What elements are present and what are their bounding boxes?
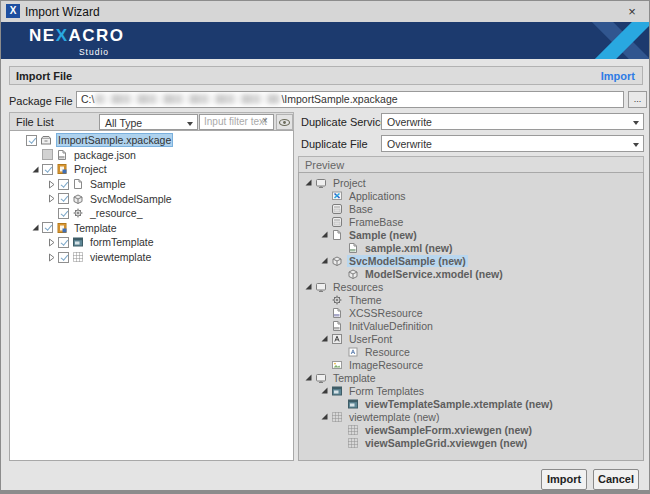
grid-template-icon [347,437,360,449]
file-tree-item[interactable]: SvcModelSample [10,191,293,206]
cancel-button[interactable]: Cancel [593,469,639,490]
tree-expanded-icon[interactable] [318,334,331,343]
tree-item-label: Project [331,177,368,189]
close-icon[interactable]: × [623,3,641,20]
duplicate-file-dropdown[interactable]: Overwrite [381,135,644,152]
preview-tree-item[interactable]: Form Templates [299,384,643,397]
preview-tree-item[interactable]: SvcModelSample (new) [299,254,643,267]
preview-tree-item[interactable]: Project [299,176,643,189]
tree-expanded-icon[interactable] [302,178,315,187]
window-title: Import Wizard [25,5,100,19]
tree-item-label: formTemplate [88,236,156,248]
file-tree-item[interactable]: formTemplate [10,235,293,250]
preview-tree-item[interactable]: viewSampleGrid.xviewgen (new) [299,436,643,449]
tree-item-checkbox[interactable] [58,179,69,190]
preview-tree-item[interactable]: Template [299,371,643,384]
chevron-down-icon [633,143,639,147]
preview-tree-item[interactable]: Resource [299,345,643,358]
monitor-icon [315,177,328,189]
eye-icon[interactable] [276,114,293,130]
tree-expanded-icon[interactable] [302,282,315,291]
tree-item-label: viewSampleGrid.xviewgen (new) [363,437,529,449]
application-icon [331,190,344,202]
tree-collapsed-icon[interactable] [45,180,58,189]
tree-item-label: SvcModelSample (new) [347,255,468,267]
file-tree-item[interactable]: ImportSample.xpackage [10,133,293,148]
tree-item-checkbox[interactable] [58,193,69,204]
browse-button[interactable]: ... [628,91,647,108]
preview-tree-item[interactable]: ModelService.xmodel (new) [299,267,643,280]
tree-collapsed-icon[interactable] [45,253,58,262]
package-file-input[interactable]: C:\\ImportSample.xpackage [76,91,624,108]
tree-item-checkbox[interactable] [58,252,69,263]
tree-collapsed-icon[interactable] [45,194,58,203]
file-tree-item[interactable]: Sample [10,177,293,192]
tree-item-checkbox[interactable] [26,135,37,146]
xcss-file-icon [331,307,344,319]
file-list-label: File List [16,116,54,128]
import-link[interactable]: Import [601,70,635,82]
tree-item-label: Resources [331,281,385,293]
preview-tree-item[interactable]: Sample (new) [299,228,643,241]
tree-item-label: Resource [363,346,412,358]
file-tree-item[interactable]: package.json [10,148,293,163]
tree-item-checkbox[interactable] [42,164,53,175]
file-tree-item[interactable]: viewtemplate [10,250,293,265]
brand-subtitle: Studio [1,47,109,57]
preview-label: Preview [305,159,344,171]
tree-collapsed-icon[interactable] [45,238,58,247]
tree-expanded-icon[interactable] [29,165,42,174]
tree-item-label: SvcModelSample [88,193,174,205]
preview-tree-item[interactable]: viewTemplateSample.xtemplate (new) [299,397,643,410]
tree-expanded-icon[interactable] [318,256,331,265]
tree-item-label: Template [72,222,119,234]
tree-expanded-icon[interactable] [318,230,331,239]
app-logo-icon: X [6,4,20,18]
preview-tree-item[interactable]: FrameBase [299,215,643,228]
tree-item-label: Template [331,372,378,384]
file-type-dropdown[interactable]: All Type [99,114,198,130]
tree-expanded-icon[interactable] [302,373,315,382]
preview-tree-item[interactable]: Applications [299,189,643,202]
tree-item-label: UserFont [347,333,394,345]
grid-template-icon [72,251,85,263]
tree-item-checkbox[interactable] [58,208,69,219]
tree-item-label: Base [347,203,375,215]
tree-item-checkbox[interactable] [42,222,53,233]
file-tree-item[interactable]: Project [10,162,293,177]
tree-item-label: viewTemplateSample.xtemplate (new) [363,398,555,410]
preview-tree-item[interactable]: InitValueDefinition [299,319,643,332]
project-icon [56,163,69,175]
preview-header: Preview [298,156,644,173]
title-bar: X Import Wizard × [1,1,649,22]
grid-template-icon [347,424,360,436]
preview-tree-item[interactable]: ImageResource [299,358,643,371]
tree-expanded-icon[interactable] [29,223,42,232]
preview-tree-item[interactable]: XCSSResource [299,306,643,319]
preview-tree-item[interactable]: viewSampleForm.xviewgen (new) [299,423,643,436]
preview-tree-item[interactable]: sample.xml (new) [299,241,643,254]
tree-item-label: Form Templates [347,385,426,397]
preview-tree-item[interactable]: viewtemplate (new) [299,410,643,423]
preview-tree-item[interactable]: Resources [299,280,643,293]
duplicate-service-dropdown[interactable]: Overwrite [381,113,644,130]
file-tree-item[interactable]: _resource_ [10,206,293,221]
tree-item-checkbox[interactable] [42,149,53,160]
tree-item-checkbox[interactable] [58,237,69,248]
tree-expanded-icon[interactable] [318,386,331,395]
import-button[interactable]: Import [541,469,587,490]
preview-tree-item[interactable]: Theme [299,293,643,306]
tree-expanded-icon[interactable] [318,412,331,421]
chevron-down-icon [187,122,193,126]
tree-item-label: ModelService.xmodel (new) [363,268,505,280]
tree-item-label: Theme [347,294,384,306]
file-tree-item[interactable]: Template [10,221,293,236]
chevron-down-icon [633,121,639,125]
tree-item-label: InitValueDefinition [347,320,435,332]
clear-filter-icon[interactable]: × [262,115,268,126]
tree-item-label: viewSampleForm.xviewgen (new) [363,424,534,436]
preview-tree-item[interactable]: UserFont [299,332,643,345]
tree-item-label: Sample [88,178,128,190]
preview-tree-item[interactable]: Base [299,202,643,215]
tree-item-label: package.json [72,149,138,161]
